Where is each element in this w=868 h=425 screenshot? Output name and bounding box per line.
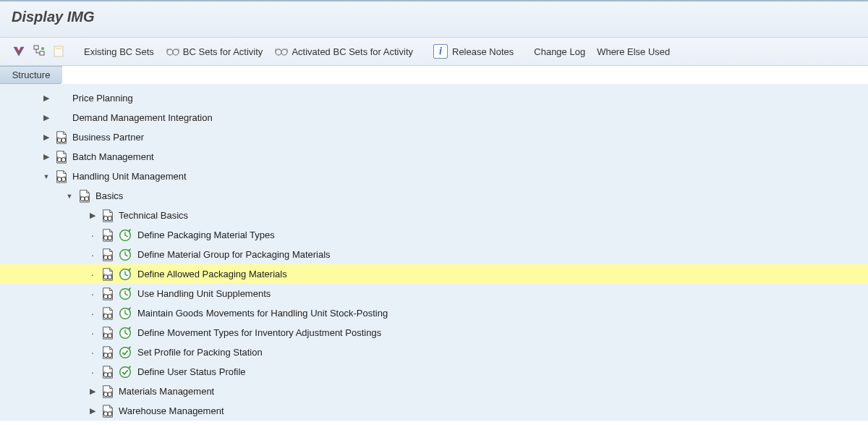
change-log-label: Change Log bbox=[534, 46, 585, 57]
img-doc-icon[interactable] bbox=[100, 384, 116, 400]
info-icon: i bbox=[433, 44, 448, 59]
tree-node-label: Maintain Goods Movements for Handling Un… bbox=[136, 308, 388, 319]
img-doc-icon[interactable] bbox=[100, 286, 116, 302]
tree-leaf-bullet: · bbox=[87, 328, 98, 338]
img-doc-icon[interactable] bbox=[100, 345, 116, 361]
img-doc-icon[interactable] bbox=[100, 208, 116, 224]
img-doc-icon[interactable] bbox=[100, 403, 116, 419]
tree-node-label: Business Partner bbox=[71, 132, 144, 143]
tree-node-label: Set Profile for Packing Station bbox=[136, 347, 263, 358]
tree-row[interactable]: ·Define Material Group for Packaging Mat… bbox=[0, 245, 868, 264]
tree-row[interactable]: ·Define Movement Types for Inventory Adj… bbox=[0, 323, 868, 342]
bc-sets-for-activity-button[interactable]: BC Sets for Activity bbox=[161, 44, 268, 59]
expand-icon[interactable]: ▶ bbox=[41, 93, 52, 103]
activity-icon[interactable] bbox=[117, 266, 133, 282]
tree-row[interactable]: ▶Price Planning bbox=[0, 88, 868, 108]
tree-row[interactable]: ▶Technical Basics bbox=[0, 206, 868, 225]
img-doc-icon[interactable] bbox=[54, 149, 69, 165]
tree-leaf-bullet: · bbox=[87, 250, 98, 260]
tree-leaf-bullet: · bbox=[87, 348, 98, 358]
activity-icon[interactable] bbox=[117, 325, 133, 341]
tree-node-label: Materials Management bbox=[117, 386, 214, 397]
tree-leaf-bullet: · bbox=[87, 289, 98, 299]
tree-node-label: Demand Management Integration bbox=[71, 112, 213, 123]
expand-collapse-icon[interactable] bbox=[10, 43, 27, 60]
svg-point-7 bbox=[167, 49, 173, 55]
tree-leaf-bullet: · bbox=[87, 269, 98, 279]
where-else-used-label: Where Else Used bbox=[597, 46, 670, 57]
change-log-button[interactable]: Change Log bbox=[529, 44, 590, 59]
expand-icon[interactable]: ▶ bbox=[87, 406, 98, 416]
tree-node-label: Define Packaging Material Types bbox=[136, 230, 275, 240]
activity-complete-icon[interactable] bbox=[117, 345, 133, 361]
img-doc-icon[interactable] bbox=[100, 247, 116, 263]
tree-row[interactable]: ▶Business Partner bbox=[0, 127, 868, 147]
tree-row[interactable]: ·Define User Status Profile bbox=[0, 362, 868, 382]
tree-row[interactable]: ▶Batch Management bbox=[0, 147, 868, 167]
img-doc-icon[interactable] bbox=[100, 325, 116, 341]
tree-node-label: Handling Unit Management bbox=[71, 171, 187, 182]
tree-row[interactable]: ·Set Profile for Packing Station bbox=[0, 342, 868, 362]
svg-point-8 bbox=[173, 49, 179, 55]
tree-row[interactable]: ▶Materials Management bbox=[0, 382, 868, 401]
tree-row[interactable]: ·Define Allowed Packaging Materials bbox=[0, 264, 868, 284]
tree-row[interactable]: ·Maintain Goods Movements for Handling U… bbox=[0, 303, 868, 323]
tree-node-label: Batch Management bbox=[71, 151, 154, 162]
page-header: Display IMG bbox=[0, 1, 868, 38]
svg-rect-2 bbox=[34, 46, 38, 49]
expand-icon[interactable]: ▶ bbox=[87, 211, 98, 220]
activity-icon[interactable] bbox=[117, 286, 133, 302]
activity-complete-icon[interactable] bbox=[117, 364, 133, 380]
tree-row[interactable]: ▶Demand Management Integration bbox=[0, 108, 868, 127]
img-doc-icon[interactable] bbox=[100, 227, 116, 243]
release-notes-label: Release Notes bbox=[452, 46, 514, 57]
toolbar: Existing BC Sets BC Sets for Activity Ac… bbox=[0, 38, 868, 66]
where-else-used-button[interactable]: Where Else Used bbox=[592, 44, 674, 59]
img-doc-icon[interactable] bbox=[54, 130, 69, 146]
img-tree: ▶Price Planning▶Demand Management Integr… bbox=[0, 84, 868, 421]
tree-leaf-bullet: · bbox=[87, 367, 98, 377]
tree-row[interactable]: ▼Handling Unit Management bbox=[0, 167, 868, 186]
existing-bc-sets-button[interactable]: Existing BC Sets bbox=[80, 44, 158, 59]
tree-node-label: Define User Status Profile bbox=[136, 366, 246, 377]
activated-bc-sets-label: Activated BC Sets for Activity bbox=[292, 46, 413, 57]
hierarchy-icon[interactable] bbox=[30, 43, 48, 60]
tree-node-label: Price Planning bbox=[71, 93, 133, 104]
collapse-icon[interactable]: ▼ bbox=[41, 173, 52, 180]
tree-row[interactable]: ▼Basics bbox=[0, 186, 868, 206]
activity-icon[interactable] bbox=[117, 247, 133, 263]
img-doc-icon[interactable] bbox=[100, 364, 116, 380]
img-doc-icon[interactable] bbox=[54, 169, 69, 185]
expand-icon[interactable]: ▶ bbox=[41, 113, 52, 122]
tree-row[interactable]: ·Use Handling Unit Supplements bbox=[0, 284, 868, 303]
activity-icon[interactable] bbox=[117, 227, 133, 243]
release-notes-button[interactable]: i Release Notes bbox=[429, 42, 518, 61]
img-doc-icon[interactable] bbox=[100, 266, 116, 282]
tree-node-label: Warehouse Management bbox=[117, 405, 224, 416]
svg-rect-3 bbox=[40, 51, 44, 55]
tree-node-label: Define Material Group for Packaging Mate… bbox=[136, 249, 331, 260]
existing-bc-sets-label: Existing BC Sets bbox=[84, 46, 154, 57]
img-doc-icon[interactable] bbox=[100, 306, 116, 321]
svg-point-10 bbox=[281, 49, 287, 55]
collapse-icon[interactable]: ▼ bbox=[64, 193, 75, 200]
svg-point-9 bbox=[276, 49, 281, 55]
activated-bc-sets-button[interactable]: Activated BC Sets for Activity bbox=[270, 44, 417, 59]
expand-icon[interactable]: ▶ bbox=[41, 152, 52, 161]
expand-icon[interactable]: ▶ bbox=[87, 387, 98, 396]
add-node-icon[interactable] bbox=[51, 43, 68, 60]
svg-rect-6 bbox=[56, 48, 61, 49]
tree-node-label: Use Handling Unit Supplements bbox=[136, 288, 271, 299]
tree-row[interactable]: ·Define Packaging Material Types bbox=[0, 225, 868, 245]
glasses-icon bbox=[274, 46, 289, 56]
activity-icon[interactable] bbox=[117, 306, 133, 321]
bc-sets-for-activity-label: BC Sets for Activity bbox=[183, 46, 263, 57]
tree-leaf-bullet: · bbox=[87, 308, 98, 319]
tree-node-label: Technical Basics bbox=[117, 210, 188, 221]
svg-point-4 bbox=[41, 47, 44, 50]
tree-row[interactable]: ▶Warehouse Management bbox=[0, 401, 868, 421]
expand-icon[interactable]: ▶ bbox=[41, 132, 52, 142]
tree-node-label: Define Movement Types for Inventory Adju… bbox=[136, 327, 381, 338]
tree-leaf-bullet: · bbox=[87, 230, 98, 240]
img-doc-icon[interactable] bbox=[77, 188, 93, 204]
